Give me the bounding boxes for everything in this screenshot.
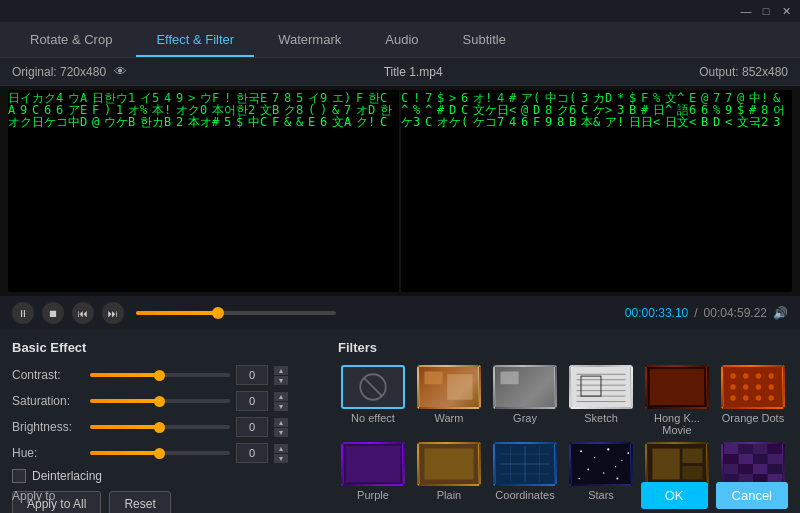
brightness-stepper[interactable]: ▲ ▼ xyxy=(274,418,288,437)
deinterlacing-checkbox[interactable] xyxy=(12,469,26,483)
basic-effect-title: Basic Effect xyxy=(12,340,322,355)
saturation-stepper[interactable]: ▲ ▼ xyxy=(274,392,288,411)
hue-slider[interactable] xyxy=(90,451,230,455)
pause-button[interactable]: ⏸ xyxy=(12,302,34,324)
tab-effect-filter[interactable]: Effect & Filter xyxy=(136,24,254,57)
filter-label-sketch: Sketch xyxy=(584,412,618,424)
close-button[interactable]: ✕ xyxy=(778,3,794,19)
original-preview xyxy=(8,90,399,292)
saturation-increment[interactable]: ▲ xyxy=(274,392,288,401)
reset-button[interactable]: Reset xyxy=(109,491,170,513)
filter-item-coordinates[interactable]: Coordinates xyxy=(490,442,560,501)
deinterlacing-row: Deinterlacing xyxy=(12,469,322,483)
filter-thumb-sketch xyxy=(569,365,633,409)
next-frame-button[interactable]: ⏭ xyxy=(102,302,124,324)
hue-label: Hue: xyxy=(12,446,84,460)
saturation-label: Saturation: xyxy=(12,394,84,408)
tab-watermark[interactable]: Watermark xyxy=(258,24,361,57)
svg-point-45 xyxy=(621,460,622,461)
brightness-slider[interactable] xyxy=(90,425,230,429)
svg-rect-16 xyxy=(650,369,705,405)
hue-increment[interactable]: ▲ xyxy=(274,444,288,453)
tab-rotate-crop[interactable]: Rotate & Crop xyxy=(10,24,132,57)
svg-rect-62 xyxy=(738,454,753,464)
progress-thumb[interactable] xyxy=(212,307,224,319)
tab-subtitle[interactable]: Subtitle xyxy=(443,24,526,57)
filter-item-sketch[interactable]: Sketch xyxy=(566,365,636,436)
brightness-increment[interactable]: ▲ xyxy=(274,418,288,427)
svg-point-44 xyxy=(607,448,609,450)
svg-point-42 xyxy=(580,450,582,452)
filter-item-gray[interactable]: Gray xyxy=(490,365,560,436)
svg-rect-6 xyxy=(500,372,518,385)
filter-label-warm: Warm xyxy=(435,412,464,424)
filters-title: Filters xyxy=(338,340,788,355)
minimize-button[interactable]: — xyxy=(738,3,754,19)
stop-button[interactable]: ⏹ xyxy=(42,302,64,324)
hue-stepper[interactable]: ▲ ▼ xyxy=(274,444,288,463)
filter-item-warm[interactable]: Warm xyxy=(414,365,484,436)
filter-label-stars: Stars xyxy=(588,489,614,501)
svg-point-49 xyxy=(578,478,580,480)
svg-rect-57 xyxy=(724,444,739,454)
filter-item-no-effect[interactable]: No effect xyxy=(338,365,408,436)
contrast-stepper[interactable]: ▲ ▼ xyxy=(274,366,288,385)
time-total: 00:04:59.22 xyxy=(704,306,767,320)
cancel-button[interactable]: Cancel xyxy=(716,482,788,509)
file-title: Title 1.mp4 xyxy=(384,65,443,79)
svg-point-50 xyxy=(615,466,616,467)
tab-audio[interactable]: Audio xyxy=(365,24,438,57)
svg-rect-66 xyxy=(738,464,753,474)
svg-point-46 xyxy=(587,469,589,471)
contrast-decrement[interactable]: ▼ xyxy=(274,376,288,385)
filter-item-hong-kong[interactable]: Hong K... Movie xyxy=(642,365,712,436)
contrast-slider[interactable] xyxy=(90,373,230,377)
svg-point-47 xyxy=(603,472,604,473)
svg-point-28 xyxy=(756,395,761,400)
contrast-increment[interactable]: ▲ xyxy=(274,366,288,375)
filter-label-plain: Plain xyxy=(437,489,461,501)
bottom-bar: OK Cancel xyxy=(629,477,800,513)
maximize-button[interactable]: □ xyxy=(758,3,774,19)
svg-point-51 xyxy=(627,452,629,454)
filter-label-gray: Gray xyxy=(513,412,537,424)
filter-item-orange-dots[interactable]: Orange Dots xyxy=(718,365,788,436)
volume-icon[interactable]: 🔊 xyxy=(773,306,788,320)
eye-icon[interactable]: 👁 xyxy=(114,64,127,79)
filter-item-plain[interactable]: Plain xyxy=(414,442,484,501)
svg-rect-3 xyxy=(424,372,442,385)
ok-button[interactable]: OK xyxy=(641,482,708,509)
svg-point-20 xyxy=(756,373,761,378)
filter-label-hong-kong: Hong K... Movie xyxy=(642,412,712,436)
svg-point-43 xyxy=(594,457,595,458)
time-separator: / xyxy=(694,306,697,320)
brightness-label: Brightness: xyxy=(12,420,84,434)
svg-rect-65 xyxy=(724,464,739,474)
progress-slider[interactable] xyxy=(136,311,336,315)
svg-rect-59 xyxy=(753,444,768,454)
saturation-decrement[interactable]: ▼ xyxy=(274,402,288,411)
svg-rect-61 xyxy=(724,454,739,464)
prev-frame-button[interactable]: ⏮ xyxy=(72,302,94,324)
saturation-value: 0 xyxy=(236,391,268,411)
output-size: Output: 852x480 xyxy=(699,65,788,79)
hue-decrement[interactable]: ▼ xyxy=(274,454,288,463)
filter-thumb-plain xyxy=(417,442,481,486)
svg-rect-31 xyxy=(346,446,401,482)
controls-bar: ⏸ ⏹ ⏮ ⏭ 00:00:33.10 / 00:04:59.22 🔊 xyxy=(0,296,800,330)
output-preview xyxy=(401,90,792,292)
contrast-value: 0 xyxy=(236,365,268,385)
filter-item-purple[interactable]: Purple xyxy=(338,442,408,501)
filter-label-purple: Purple xyxy=(357,489,389,501)
filter-item-stars[interactable]: Stars xyxy=(566,442,636,501)
svg-rect-68 xyxy=(768,464,783,474)
contrast-label: Contrast: xyxy=(12,368,84,382)
hue-value: 0 xyxy=(236,443,268,463)
saturation-slider[interactable] xyxy=(90,399,230,403)
filter-thumb-stars xyxy=(569,442,633,486)
svg-rect-41 xyxy=(572,444,630,484)
filter-thumb-gray xyxy=(493,365,557,409)
brightness-decrement[interactable]: ▼ xyxy=(274,428,288,437)
svg-point-22 xyxy=(730,384,735,389)
svg-rect-63 xyxy=(753,454,768,464)
